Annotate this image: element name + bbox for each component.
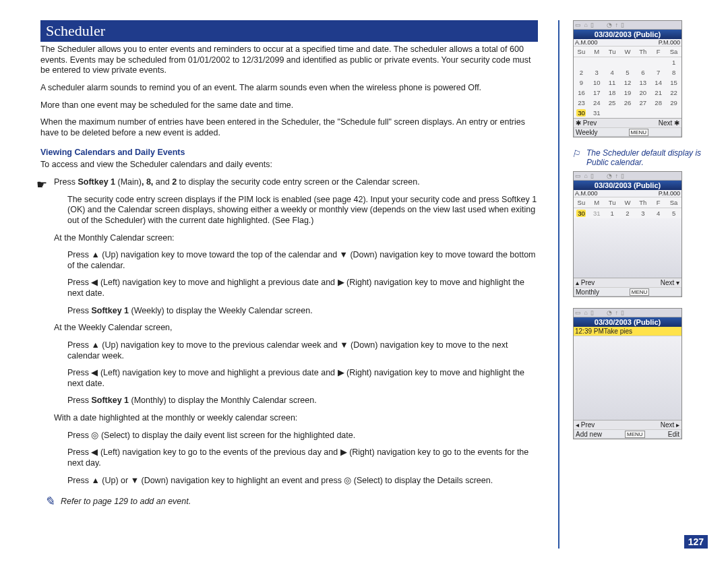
subhead-viewing: Viewing Calendars and Daily Events <box>40 148 538 157</box>
phone-screenshot-weekly: ▭ ⌂ ▯ ◔ ↑ ▯ 03/30/2003 (Public) A.M.000P… <box>573 171 682 297</box>
status-bar: ▭ ⌂ ▯ ◔ ↑ ▯ <box>574 21 681 30</box>
daily-2: Press ◀ (Left) navigation key to go to t… <box>67 447 538 468</box>
weekly-3: Press Softkey 1 (Monthly) to display the… <box>67 396 538 406</box>
weekly-1: Press ▲ (Up) navigation key to move to t… <box>67 340 538 361</box>
page-number: 127 <box>684 535 708 549</box>
monthly-head: At the Monthly Calendar screen: <box>54 233 538 244</box>
tip-icon: ✎ <box>44 494 55 509</box>
daily-3: Press ▲ (Up) or ▼ (Down) navigation key … <box>67 476 538 487</box>
flag-icon: ⚐ <box>572 148 580 159</box>
step-1-sub: The security code entry screen displays … <box>67 195 538 226</box>
pointer-icon: ☛ <box>36 177 47 193</box>
subhead-intro: To access and view the Scheduler calenda… <box>40 160 538 170</box>
monthly-3: Press Softkey 1 (Weekly) to display the … <box>67 306 538 317</box>
phone-screenshot-monthly: ▭ ⌂ ▯ ◔ ↑ ▯ 03/30/2003 (Public) A.M.000P… <box>573 20 682 137</box>
daily-head: With a date highlighted at the monthly o… <box>54 413 538 424</box>
intro-para-3: More than one event may be scheduled for… <box>40 100 538 111</box>
weekly-2: Press ◀ (Left) navigation key to move an… <box>67 368 538 389</box>
intro-para-2: A scheduler alarm sounds to remind you o… <box>40 83 538 94</box>
flag-note: ⚐ The Scheduler default display is Publi… <box>573 148 708 167</box>
date-header: 03/30/2003 (Public) <box>574 30 681 39</box>
calendar-monthly: SuMTuWThFSa 1 2345678 9101112131415 1617… <box>574 46 681 118</box>
daily-1: Press ◎ (Select) to display the daily ev… <box>67 431 538 441</box>
phone-screenshot-events: ▭ ⌂ ▯ ◔ ↑ ▯ 03/30/2003 (Public) 12:39 PM… <box>573 308 682 439</box>
section-title: Scheduler <box>40 20 538 42</box>
calendar-weekly-header: SuMTuWThFSa 303112345 <box>574 197 681 218</box>
tip-note: ✎ Refer to page 129 to add an event. <box>61 497 538 506</box>
monthly-2: Press ◀ (Left) navigation key to move an… <box>67 278 538 299</box>
intro-para-4: When the maximum number of entries have … <box>40 117 538 138</box>
monthly-1: Press ▲ (Up) navigation key to move towa… <box>67 250 538 271</box>
weekly-head: At the Weekly Calendar screen, <box>54 323 538 334</box>
step-1: ☛ Press Softkey 1 (Main), 8, and 2 to di… <box>54 177 538 188</box>
intro-para-1: The Scheduler allows you to enter events… <box>40 44 538 76</box>
event-row: 12:39 PMTake pies <box>574 327 681 336</box>
